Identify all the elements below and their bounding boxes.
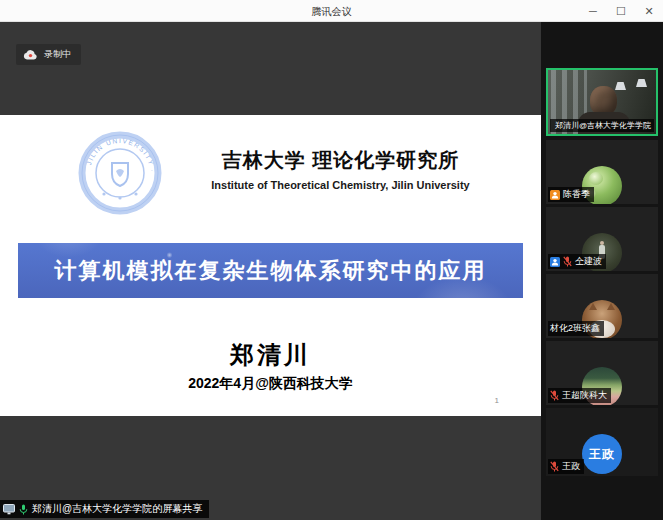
participants-sidebar: 郑清川@吉林大学化学学院 陈香季 [541,22,663,520]
participant-name-tag: 仝建波 [548,254,606,269]
recording-badge[interactable]: 录制中 [16,44,81,65]
screen-share-icon [3,504,15,515]
mic-muted-icon [550,461,559,472]
participant-name-tag: 陈香季 [548,187,594,202]
avatar: 王政 [582,434,622,474]
minimize-icon[interactable]: ─ [587,0,599,22]
titlebar: 腾讯会议 ─ ☐ ✕ [0,0,663,22]
pendant-lamp [636,79,647,87]
member-badge-icon [550,190,560,200]
participant-name: 王超陕科大 [562,389,607,402]
org-subtitle: Institute of Theoretical Chemistry, Jili… [158,179,523,191]
shared-screen-stage: 录制中 JILIN UNIVERSITY · CHINA 吉林大学 理论化学研究… [0,22,541,520]
speaker-name: 郑清川 [0,339,541,371]
pendant-lamp [615,82,626,90]
close-icon[interactable]: ✕ [643,0,655,22]
mic-muted-icon [550,390,559,401]
participant-name: 陈香季 [563,188,590,201]
participant-name: 王政 [562,460,580,473]
participant-name: 仝建波 [575,255,602,268]
participant-tile[interactable]: 仝建波 [546,207,658,271]
jilin-university-logo: JILIN UNIVERSITY · CHINA [78,131,162,215]
window-title: 腾讯会议 [0,5,663,19]
mic-on-icon [19,504,28,515]
participant-name: 材化2班张鑫 [550,322,600,335]
org-title: 吉林大学 理论化学研究所 [168,147,513,174]
talk-title-banner: 计算机模拟在复杂生物体系研究中的应用 [18,243,523,298]
participant-name-tag: 材化2班张鑫 [548,321,604,336]
participant-tile[interactable]: 王政 王政 [546,408,658,476]
presentation-slide: JILIN UNIVERSITY · CHINA 吉林大学 理论化学研究所 In… [0,115,541,416]
slide-page-number: 1 [495,396,499,405]
member-badge-icon [550,257,560,267]
maximize-icon[interactable]: ☐ [615,0,627,22]
date-line: 2022年4月@陕西科技大学 [0,375,541,393]
mic-muted-icon [563,256,572,267]
talk-title: 计算机模拟在复杂生物体系研究中的应用 [55,256,487,286]
meeting-window: 腾讯会议 ─ ☐ ✕ 录制中 JILIN UNIVERSITY · CHINA [0,0,663,520]
window-controls: ─ ☐ ✕ [587,0,655,22]
participant-tile-active-speaker[interactable]: 郑清川@吉林大学化学学院 [546,68,658,136]
screen-share-label: 郑清川@吉林大学化学学院的屏幕共享 [32,502,202,516]
recording-label: 录制中 [44,48,71,61]
participant-name-tag: 郑清川@吉林大学化学学院 [550,119,654,132]
participant-name: 郑清川@吉林大学化学学院 [555,120,651,131]
participant-tile[interactable]: 材化2班张鑫 [546,274,658,338]
participant-name-tag: 王超陕科大 [548,388,611,403]
participant-tile[interactable]: 王超陕科大 [546,341,658,405]
screen-share-banner: 郑清川@吉林大学化学学院的屏幕共享 [0,500,209,518]
participant-tile[interactable]: 陈香季 [546,140,658,204]
participant-name-tag: 王政 [548,459,584,474]
cloud-recording-icon [23,50,38,60]
